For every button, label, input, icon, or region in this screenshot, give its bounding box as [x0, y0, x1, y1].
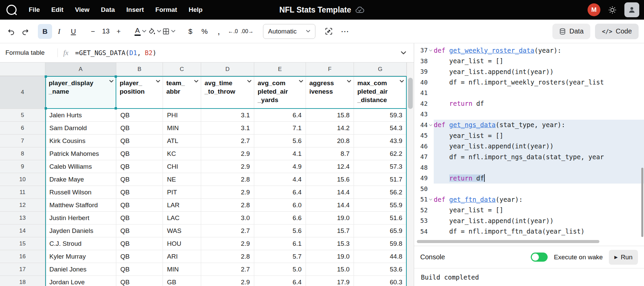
grid-cell[interactable]: Kirk Cousins — [45, 135, 116, 147]
grid-cell[interactable]: Kyler Murray — [45, 250, 116, 263]
grid-cell[interactable]: WAS — [163, 224, 201, 237]
comma-format-button[interactable]: , — [212, 24, 226, 39]
decrease-decimals-button[interactable]: ←.0 — [226, 24, 240, 39]
grid-cell[interactable]: 4.1 — [254, 147, 306, 160]
grid-scrollbar-thumb[interactable] — [408, 78, 413, 109]
theme-icon[interactable] — [608, 5, 617, 15]
grid-cell[interactable]: 15.6 — [306, 173, 354, 186]
grid-cell[interactable]: 2.8 — [201, 199, 254, 212]
grid-cell[interactable]: C.J. Stroud — [45, 237, 116, 250]
grid-cell[interactable]: 4.9 — [254, 160, 306, 173]
code-line[interactable]: 49 return df — [414, 173, 644, 184]
code-line[interactable]: 54 df = nfl.import_ftn_data(year_list) — [414, 226, 644, 237]
increase-decimals-button[interactable]: .00→ — [240, 24, 254, 39]
grid-cell[interactable]: 6.4 — [254, 186, 306, 199]
row-header-14[interactable]: 14 — [0, 224, 45, 237]
row-header-15[interactable]: 15 — [0, 237, 45, 250]
data-panel-button[interactable]: Data — [552, 24, 590, 39]
row-header-18[interactable]: 18 — [0, 276, 45, 286]
menu-data[interactable]: Data — [95, 0, 121, 20]
menu-edit[interactable]: Edit — [46, 0, 69, 20]
formula-input[interactable]: =GET_NGS_DATA(D1, B2) — [75, 49, 156, 56]
grid-cell[interactable]: 59.8 — [354, 237, 407, 250]
grid-cell[interactable]: 19.0 — [306, 212, 354, 224]
code-line[interactable]: 37def get_weekly_roster_data(year): — [414, 45, 644, 56]
row-header-7[interactable]: 7 — [0, 135, 45, 147]
code-line[interactable]: 45 year_list = [] — [414, 130, 644, 141]
grid-cell[interactable]: PIT — [163, 186, 201, 199]
grid-cell[interactable]: 6.0 — [254, 199, 306, 212]
grid-cell[interactable]: QB — [116, 276, 163, 286]
spreadsheet-grid[interactable]: ABCDEFG 4player_display _nameplayer_ pos… — [0, 63, 407, 286]
grid-cell[interactable]: 12.4 — [306, 160, 354, 173]
grid-cell[interactable]: 2.9 — [201, 186, 254, 199]
grid-cell[interactable]: Patrick Mahomes — [45, 147, 116, 160]
grid-cell[interactable]: QB — [116, 122, 163, 135]
grid-cell[interactable]: 57.3 — [354, 160, 407, 173]
fold-icon[interactable] — [428, 123, 434, 126]
grid-cell[interactable]: 54.3 — [354, 122, 407, 135]
code-line[interactable]: 38 year_list = [] — [414, 56, 644, 67]
code-line[interactable]: 46 year_list.append(int(year)) — [414, 141, 644, 152]
table-header-cell[interactable]: player_ position — [116, 76, 163, 109]
grid-cell[interactable]: 15.3 — [306, 237, 354, 250]
code-line[interactable]: 41 — [414, 88, 644, 98]
fill-color-button[interactable] — [147, 24, 162, 39]
grid-cell[interactable]: 60.3 — [354, 276, 407, 286]
grid-cell[interactable]: QB — [116, 250, 163, 263]
fold-icon[interactable] — [428, 49, 434, 52]
grid-cell[interactable]: 44.8 — [354, 250, 407, 263]
font-size-value[interactable]: 13 — [100, 27, 112, 35]
grid-cell[interactable]: 6.1 — [254, 237, 306, 250]
grid-cell[interactable]: GB — [163, 276, 201, 286]
grid-cell[interactable]: 43.9 — [354, 135, 407, 147]
grid-cell[interactable]: QB — [116, 199, 163, 212]
row-header-17[interactable]: 17 — [0, 263, 45, 276]
redo-button[interactable] — [18, 24, 32, 39]
grid-cell[interactable]: LAR — [163, 199, 201, 212]
chevron-down-icon[interactable] — [156, 80, 160, 83]
column-header-E[interactable]: E — [254, 63, 306, 76]
code-line[interactable]: 44def get_ngs_data(stat_type, year): — [414, 120, 644, 130]
execute-on-wake-toggle[interactable] — [531, 253, 548, 262]
grid-cell[interactable]: Drake Maye — [45, 173, 116, 186]
borders-button[interactable] — [162, 24, 176, 39]
grid-cell[interactable]: 2.7 — [201, 135, 254, 147]
grid-cell[interactable]: CHI — [163, 160, 201, 173]
grid-cell[interactable]: LAC — [163, 212, 201, 224]
decrease-font-size-button[interactable]: − — [86, 24, 100, 39]
grid-cell[interactable]: Jordan Love — [45, 276, 116, 286]
grid-cell[interactable]: 8.7 — [306, 147, 354, 160]
column-header-G[interactable]: G — [354, 63, 407, 76]
column-header-C[interactable]: C — [163, 63, 201, 76]
grid-cell[interactable]: 53.6 — [354, 263, 407, 276]
grid-cell[interactable]: Jayden Daniels — [45, 224, 116, 237]
grid-cell[interactable]: 3.1 — [201, 122, 254, 135]
user-avatar[interactable]: M — [588, 3, 600, 16]
chevron-down-icon[interactable] — [194, 80, 198, 83]
row-header-9[interactable]: 9 — [0, 160, 45, 173]
chevron-down-icon[interactable] — [400, 80, 404, 83]
code-line[interactable]: 43 — [414, 109, 644, 120]
grid-cell[interactable]: 2.9 — [201, 147, 254, 160]
code-line[interactable]: 42 return df — [414, 98, 644, 109]
grid-cell[interactable]: 15.0 — [306, 263, 354, 276]
row-header-16[interactable]: 16 — [0, 250, 45, 263]
code-line[interactable]: 50 — [414, 184, 644, 194]
grid-cell[interactable]: QB — [116, 263, 163, 276]
grid-cell[interactable]: 3.0 — [201, 212, 254, 224]
table-header-cell[interactable]: max_com pleted_air _distance — [354, 76, 407, 109]
chevron-down-icon[interactable] — [299, 80, 303, 83]
grid-cell[interactable]: 56.2 — [354, 186, 407, 199]
table-header-cell[interactable]: aggress iveness — [306, 76, 354, 109]
text-color-button[interactable]: A — [133, 24, 147, 39]
grid-cell[interactable]: 59.3 — [354, 109, 407, 122]
grid-cell[interactable]: 6.4 — [254, 109, 306, 122]
menu-format[interactable]: Format — [150, 0, 183, 20]
currency-format-button[interactable]: $ — [183, 24, 197, 39]
row-header-8[interactable]: 8 — [0, 147, 45, 160]
undo-button[interactable] — [4, 24, 18, 39]
grid-cell[interactable]: 55.9 — [354, 199, 407, 212]
grid-cell[interactable]: Sam Darnold — [45, 122, 116, 135]
row-header-5[interactable]: 5 — [0, 109, 45, 122]
